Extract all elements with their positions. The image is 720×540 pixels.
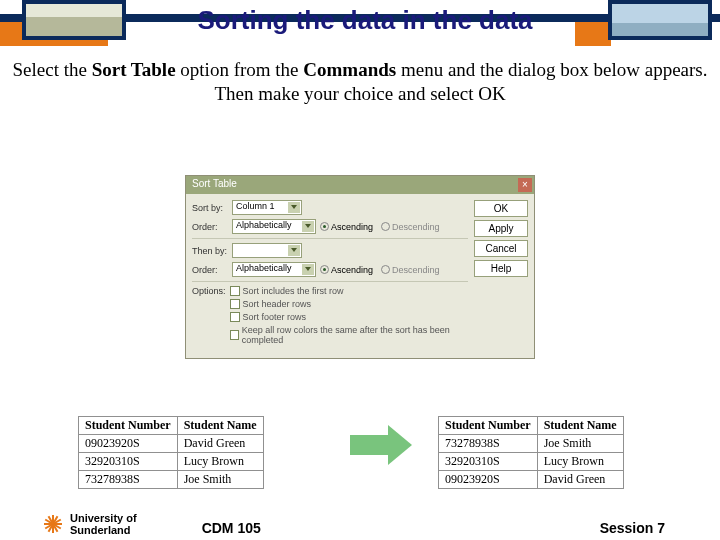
order2-label: Order: (192, 265, 228, 275)
header-photo-right (608, 0, 712, 40)
table-row: 32920310SLucy Brown (79, 453, 264, 471)
table-row: 73278938SJoe Smith (79, 471, 264, 489)
cell: David Green (177, 435, 263, 453)
table-row: 32920310SLucy Brown (439, 453, 624, 471)
table-row: 09023920SDavid Green (439, 471, 624, 489)
slide-title: Sorting the data in the data (150, 5, 580, 36)
radio-label: Descending (392, 265, 440, 275)
table-after: Student NumberStudent Name 73278938SJoe … (438, 416, 624, 489)
divider (192, 281, 468, 282)
thenby-label: Then by: (192, 246, 228, 256)
dialog-title-text: Sort Table (192, 178, 237, 189)
cell: 32920310S (439, 453, 538, 471)
sort-table-dialog: Sort Table × Sort by: Column 1 Order: Al… (185, 175, 535, 359)
sunburst-icon (42, 513, 64, 535)
col-student-name: Student Name (177, 417, 263, 435)
checkbox-label: Sort includes the first row (243, 286, 344, 296)
order-select[interactable]: Alphabetically (232, 219, 316, 234)
sortby-select[interactable]: Column 1 (232, 200, 302, 215)
instruction-fragment: Select the (12, 59, 91, 80)
sort-table-term: Sort Table (92, 59, 176, 80)
course-code: CDM 105 (202, 520, 261, 536)
help-button[interactable]: Help (474, 260, 528, 277)
select-value: Alphabetically (236, 263, 292, 273)
header-photo-left (22, 0, 126, 40)
table-before: Student NumberStudent Name 09023920SDavi… (78, 416, 264, 489)
cell: David Green (537, 471, 623, 489)
checkbox-label: Keep all row colors the same after the s… (242, 325, 468, 345)
thenby-select[interactable] (232, 243, 302, 258)
order-label: Order: (192, 222, 228, 232)
instruction-fragment: option from the (176, 59, 304, 80)
chevron-down-icon (288, 202, 300, 213)
cell: Joe Smith (537, 435, 623, 453)
radio-label: Ascending (331, 222, 373, 232)
descending2-radio[interactable]: Descending (381, 265, 440, 275)
col-student-name: Student Name (537, 417, 623, 435)
table-header-row: Student NumberStudent Name (79, 417, 264, 435)
table-row: 73278938SJoe Smith (439, 435, 624, 453)
arrow-right-icon (350, 425, 420, 465)
select-value: Alphabetically (236, 220, 292, 230)
opt-first-row[interactable]: Sort includes the first row (230, 286, 344, 296)
session-label: Session 7 (600, 520, 665, 536)
orange-band-right (575, 22, 611, 46)
opt-footer-rows[interactable]: Sort footer rows (230, 312, 307, 322)
radio-label: Ascending (331, 265, 373, 275)
chevron-down-icon (302, 221, 314, 232)
chevron-down-icon (288, 245, 300, 256)
ok-button[interactable]: OK (474, 200, 528, 217)
header-bar: Sorting the data in the data (0, 0, 720, 48)
opt-header-rows[interactable]: Sort header rows (230, 299, 312, 309)
cell: 73278938S (79, 471, 178, 489)
divider (192, 238, 468, 239)
university-logo: University ofSunderland (42, 512, 137, 536)
dialog-titlebar: Sort Table × (186, 176, 534, 194)
col-student-number: Student Number (439, 417, 538, 435)
radio-label: Descending (392, 222, 440, 232)
checkbox-label: Sort header rows (243, 299, 312, 309)
checkbox-label: Sort footer rows (243, 312, 307, 322)
order2-select[interactable]: Alphabetically (232, 262, 316, 277)
descending-radio[interactable]: Descending (381, 222, 440, 232)
cell: 09023920S (439, 471, 538, 489)
ascending-radio[interactable]: Ascending (320, 222, 373, 232)
cell: 32920310S (79, 453, 178, 471)
cell: Joe Smith (177, 471, 263, 489)
instruction-text: Select the Sort Table option from the Co… (0, 58, 720, 106)
cell: 73278938S (439, 435, 538, 453)
uni-line2: Sunderland (70, 524, 131, 536)
uni-line1: University of (70, 512, 137, 524)
col-student-number: Student Number (79, 417, 178, 435)
footer: University ofSunderland CDM 105 Session … (0, 512, 720, 536)
sortby-label: Sort by: (192, 203, 228, 213)
commands-term: Commands (303, 59, 396, 80)
table-row: 09023920SDavid Green (79, 435, 264, 453)
close-icon[interactable]: × (518, 178, 532, 192)
chevron-down-icon (302, 264, 314, 275)
cancel-button[interactable]: Cancel (474, 240, 528, 257)
instruction-fragment: menu and the dialog box below appears. (396, 59, 707, 80)
options-label: Options: (192, 286, 226, 296)
cell: Lucy Brown (537, 453, 623, 471)
instruction-line: Then make your choice and select OK (214, 83, 505, 104)
ascending2-radio[interactable]: Ascending (320, 265, 373, 275)
apply-button[interactable]: Apply (474, 220, 528, 237)
cell: 09023920S (79, 435, 178, 453)
select-value: Column 1 (236, 201, 275, 211)
table-header-row: Student NumberStudent Name (439, 417, 624, 435)
cell: Lucy Brown (177, 453, 263, 471)
opt-keep-colors[interactable]: Keep all row colors the same after the s… (230, 325, 468, 345)
